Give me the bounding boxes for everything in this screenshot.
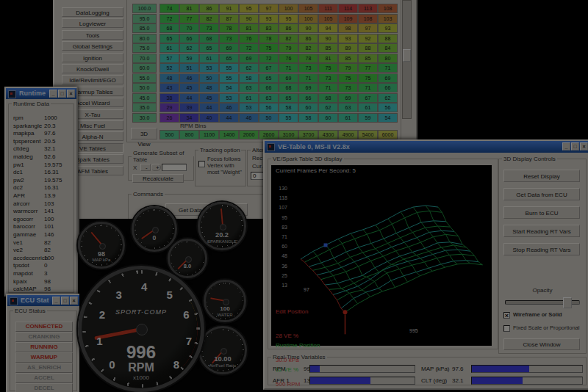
menu-item-tools[interactable]: Tools: [62, 30, 123, 40]
menu-item-knock-dwell[interactable]: Knock/Dwell: [62, 64, 123, 73]
kpa-bin-cell[interactable]: 85.0: [132, 23, 157, 33]
runtime-titlebar[interactable]: Runtime _ □ ×: [6, 88, 76, 99]
rpm-bin-cell[interactable]: 6000: [378, 130, 398, 139]
ve-cell[interactable]: 88: [378, 34, 398, 43]
minimize-icon[interactable]: _: [562, 142, 570, 150]
ve-cell[interactable]: 73: [338, 83, 358, 92]
recalculate-button[interactable]: Recalculate: [132, 174, 184, 183]
ve-cell[interactable]: 78: [298, 54, 318, 63]
ve-cell[interactable]: 97: [358, 23, 378, 33]
ve-cell[interactable]: 61: [358, 103, 378, 112]
ve-cell[interactable]: 63: [338, 103, 358, 112]
ve-cell[interactable]: 113: [358, 4, 378, 13]
ve-cell[interactable]: 44: [219, 113, 239, 123]
rpm-bin-cell[interactable]: 2000: [239, 130, 259, 139]
ve-cell[interactable]: 60: [298, 103, 318, 112]
checkbox-fixed-scale-or-proportional[interactable]: [503, 325, 510, 332]
ve-cell[interactable]: 68: [279, 83, 298, 92]
ve-cell[interactable]: 81: [179, 4, 199, 13]
ve-cell[interactable]: 46: [239, 113, 259, 123]
ve-cell[interactable]: 71: [318, 83, 338, 92]
ve-cell[interactable]: 62: [378, 93, 398, 103]
kpa-bin-cell[interactable]: 30.0: [132, 113, 157, 123]
menu-item-logviewer[interactable]: Logviewer: [62, 18, 123, 28]
ve-cell[interactable]: 60: [318, 113, 338, 123]
ve-cell[interactable]: 90: [318, 34, 338, 43]
ve-cell[interactable]: 72: [259, 54, 279, 63]
ve-cell[interactable]: 55: [279, 113, 298, 123]
ve-cell[interactable]: 87: [219, 14, 239, 23]
ve-cell[interactable]: 72: [239, 43, 259, 53]
view-3d-button[interactable]: 3D View: [131, 128, 157, 139]
ve-cell[interactable]: 53: [199, 63, 219, 73]
ve-cell[interactable]: 46: [179, 73, 199, 83]
ve-cell[interactable]: 73: [318, 73, 338, 83]
get-data-from-ecu-button[interactable]: Get Data from ECU: [503, 188, 580, 200]
ve-cell[interactable]: 82: [298, 43, 318, 53]
ve-cell[interactable]: 65: [259, 73, 279, 83]
menu-item-idle-revlimit-ego[interactable]: Idle/Revlimit/EGO: [62, 75, 123, 84]
subset-range-field[interactable]: [162, 164, 187, 171]
opacity-slider[interactable]: [505, 300, 580, 305]
ve-cell[interactable]: 73: [219, 34, 239, 43]
kpa-bin-cell[interactable]: 100.0: [132, 4, 157, 13]
ve-cell[interactable]: 69: [338, 93, 358, 103]
ve-cell[interactable]: 93: [259, 14, 279, 23]
ve-cell[interactable]: 109: [338, 14, 358, 23]
ve-cell[interactable]: 79: [338, 63, 358, 73]
ve-cell[interactable]: 56: [378, 103, 398, 112]
ve-cell[interactable]: 71: [298, 73, 318, 83]
ve-cell[interactable]: 54: [378, 113, 398, 123]
ve-cell[interactable]: 105: [298, 4, 318, 13]
ve-cell[interactable]: 76: [239, 34, 259, 43]
ve-cell[interactable]: 85: [358, 54, 378, 63]
rpm-bin-cell[interactable]: 800: [179, 130, 199, 139]
ve-cell[interactable]: 65: [279, 93, 298, 103]
ve-cell[interactable]: 40: [199, 113, 219, 123]
rpm-bin-cell[interactable]: 3100: [279, 130, 298, 139]
close-window-button[interactable]: Close Window: [503, 338, 580, 350]
ve-cell[interactable]: 91: [219, 4, 239, 13]
ve-cell[interactable]: 77: [179, 14, 199, 23]
close-icon[interactable]: ×: [67, 90, 75, 98]
ve-cell[interactable]: 68: [318, 93, 338, 103]
ve-cell[interactable]: 83: [259, 23, 279, 33]
kpa-bin-cell[interactable]: 80.0: [132, 34, 157, 43]
ve-cell[interactable]: 86: [298, 34, 318, 43]
ve-cell[interactable]: 58: [279, 103, 298, 112]
ve-cell[interactable]: 51: [179, 63, 199, 73]
subset-minus-button[interactable]: -: [140, 164, 151, 171]
kpa-bin-cell[interactable]: 95.0: [132, 14, 157, 23]
ve-cell[interactable]: 86: [279, 23, 298, 33]
ve-cell[interactable]: 67: [259, 63, 279, 73]
ve-cell[interactable]: 45: [179, 83, 199, 92]
maximize-icon[interactable]: □: [571, 142, 579, 150]
ve-cell[interactable]: 114: [338, 4, 358, 13]
ve-cell[interactable]: 75: [318, 63, 338, 73]
ve-cell[interactable]: 90: [239, 14, 259, 23]
minimize-icon[interactable]: _: [49, 90, 57, 98]
ve-cell[interactable]: 88: [358, 43, 378, 53]
ve-cell[interactable]: 63: [239, 83, 259, 92]
ve-cell[interactable]: 86: [199, 4, 219, 13]
ve-cell[interactable]: 66: [378, 83, 398, 92]
rpm-bin-cell[interactable]: 3700: [298, 130, 318, 139]
ecu-titlebar[interactable]: ECU Stat _ □ ×: [7, 295, 79, 306]
tracking-checkbox[interactable]: [198, 161, 205, 167]
rpm-bin-cell[interactable]: 2600: [259, 130, 279, 139]
ve-cell[interactable]: 74: [159, 4, 179, 13]
ve-cell[interactable]: 70: [179, 23, 199, 33]
ve-cell[interactable]: 48: [159, 73, 179, 83]
ve-cell[interactable]: 62: [318, 103, 338, 112]
scrollbar-thumb[interactable]: [403, 49, 411, 62]
ve-cell[interactable]: 69: [378, 73, 398, 83]
close-icon[interactable]: ×: [70, 297, 78, 305]
ve-cell[interactable]: 38: [159, 93, 179, 103]
ve-cell[interactable]: 50: [259, 113, 279, 123]
rpm-bin-cell[interactable]: 5400: [358, 130, 378, 139]
ve-cell[interactable]: 66: [298, 93, 318, 103]
ve-cell[interactable]: 29: [159, 103, 179, 112]
ve-cell[interactable]: 44: [199, 103, 219, 112]
menu-item-datalogging[interactable]: DataLogging: [62, 7, 123, 17]
stop-reading-rt-vars-button[interactable]: Stop Reading RT Vars: [503, 243, 580, 255]
